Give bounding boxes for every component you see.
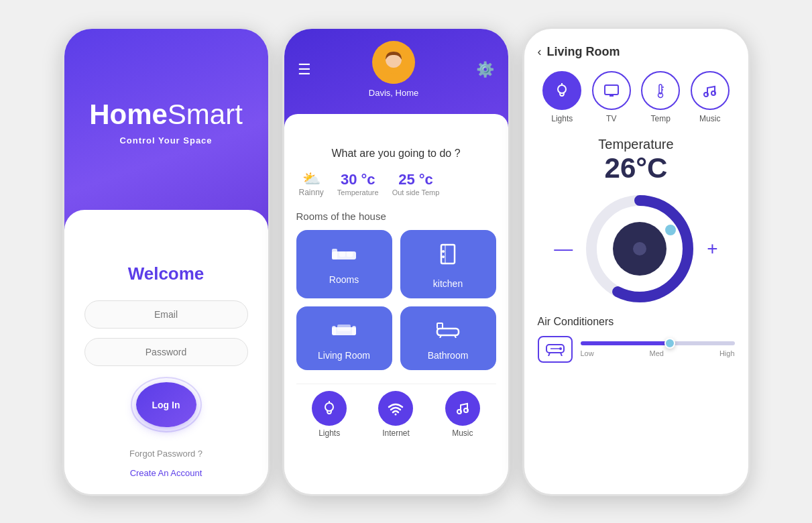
svg-point-36 — [665, 225, 676, 235]
room-label-kitchen: kitchen — [433, 278, 463, 289]
svg-rect-13 — [337, 325, 351, 331]
dashboard-body: What are you going to do ? ⛅ Rainny 30 °… — [284, 127, 508, 489]
page-title: Living Room — [547, 45, 620, 59]
ac-slider-track[interactable] — [581, 341, 735, 345]
user-name: Davis, Home — [369, 88, 418, 98]
temp-title: Temperature — [538, 137, 735, 152]
email-field[interactable] — [84, 300, 248, 329]
device-music-label: Music — [699, 114, 720, 123]
phone-living-room: ‹ Living Room Lights — [522, 27, 750, 496]
app-title-home: HomeSmart — [89, 101, 243, 129]
svg-point-20 — [395, 414, 397, 416]
temp-label: Temperature — [337, 188, 379, 196]
device-icons-row: Lights TV — [538, 71, 735, 123]
svg-point-18 — [325, 403, 333, 411]
login-button[interactable]: Log In — [136, 382, 196, 427]
lights-circle — [542, 71, 581, 110]
phone-login: HomeSmart Control Your Space Welcome Log… — [62, 27, 270, 496]
device-music[interactable]: Music — [691, 71, 730, 123]
svg-rect-11 — [332, 326, 336, 335]
room-icon-bed — [331, 242, 357, 268]
svg-rect-14 — [437, 329, 459, 335]
back-arrow-icon: ‹ — [538, 45, 542, 59]
phones-container: HomeSmart Control Your Space Welcome Log… — [49, 13, 764, 510]
svg-rect-25 — [605, 85, 618, 95]
device-tv[interactable]: TV — [592, 71, 631, 123]
room-card-living[interactable]: Living Room — [296, 306, 392, 370]
ac-slider-thumb[interactable] — [664, 338, 675, 349]
welcome-heading: Welcome — [128, 264, 205, 284]
dial-container: — + — [538, 195, 735, 302]
weather-label: Rainny — [299, 188, 324, 197]
svg-point-33 — [711, 91, 715, 95]
nav-music[interactable]: Music — [445, 391, 480, 438]
control-text: Control Your Space — [119, 135, 212, 146]
phone-dashboard: ☰ Davis, Home ⚙️ Wha — [282, 27, 510, 496]
temp-section: Temperature 26°C — [538, 137, 735, 184]
svg-point-41 — [559, 347, 562, 350]
ac-icon — [538, 336, 573, 363]
svg-point-21 — [457, 410, 461, 414]
room-label-rooms: Rooms — [329, 274, 359, 285]
bottom-nav: Lights Internet — [296, 384, 496, 445]
room-icon-bathroom — [434, 318, 461, 343]
internet-icon-circle — [378, 391, 413, 426]
nav-internet[interactable]: Internet — [378, 391, 413, 438]
music-circle — [691, 71, 730, 110]
music-icon-circle — [445, 391, 480, 426]
svg-rect-6 — [441, 245, 455, 264]
svg-point-8 — [442, 250, 445, 253]
login-header: HomeSmart Control Your Space — [64, 29, 268, 230]
ac-med-label: Med — [650, 349, 664, 357]
avatar-container: Davis, Home — [369, 41, 418, 98]
living-room-body: ‹ Living Room Lights — [524, 29, 748, 496]
svg-rect-5 — [347, 251, 353, 257]
nav-internet-label: Internet — [382, 428, 410, 438]
ac-row: Low Med High — [538, 336, 735, 363]
tv-circle — [592, 71, 631, 110]
weather-row: ⛅ Rainny 30 °c Temperature 25 °c Out sid… — [296, 170, 496, 197]
temp-display: 26°C — [538, 152, 735, 184]
ac-low-label: Low — [581, 349, 594, 357]
device-lights[interactable]: Lights — [542, 71, 581, 123]
menu-icon[interactable]: ☰ — [298, 61, 311, 78]
back-row[interactable]: ‹ Living Room — [538, 45, 735, 59]
ac-section: Air Conditioners — [538, 316, 735, 363]
nav-lights[interactable]: Lights — [312, 391, 347, 438]
nav-lights-label: Lights — [318, 428, 340, 438]
room-card-kitchen[interactable]: kitchen — [400, 230, 496, 298]
temp-value: 30 °c — [341, 171, 375, 188]
device-tv-label: TV — [606, 114, 616, 123]
lights-icon-circle — [312, 391, 347, 426]
room-card-bathroom[interactable]: Bathroom — [400, 306, 496, 370]
rooms-title: Rooms of the house — [296, 211, 496, 222]
svg-point-22 — [464, 408, 468, 412]
outside-temp-value: 25 °c — [398, 171, 433, 188]
temp-circle — [641, 71, 680, 110]
room-label-bathroom: Bathroom — [428, 350, 469, 361]
settings-icon[interactable]: ⚙️ — [476, 61, 494, 78]
svg-rect-12 — [352, 326, 356, 335]
svg-rect-3 — [332, 249, 337, 259]
create-account-link[interactable]: Create An Account — [130, 468, 202, 478]
device-temp[interactable]: Temp — [641, 71, 680, 123]
svg-point-9 — [442, 255, 445, 258]
rooms-grid: Rooms kitchen — [296, 230, 496, 370]
password-field[interactable] — [84, 338, 248, 366]
ac-high-label: High — [719, 349, 735, 357]
dial-minus-button[interactable]: — — [554, 238, 573, 259]
dial-center[interactable] — [613, 222, 666, 276]
nav-music-label: Music — [452, 428, 473, 438]
dial-plus-button[interactable]: + — [707, 238, 717, 259]
svg-point-32 — [704, 93, 708, 97]
header-row: ☰ Davis, Home ⚙️ — [298, 41, 495, 98]
ac-labels: Low Med High — [581, 349, 735, 357]
room-label-living: Living Room — [318, 350, 370, 361]
svg-rect-4 — [339, 251, 345, 257]
outdoor-temp: 25 °c Out side Temp — [392, 171, 440, 196]
dial-wrapper — [586, 195, 693, 302]
svg-point-23 — [558, 85, 566, 93]
login-form: Welcome Log In Forgot Password ? Create … — [64, 230, 268, 496]
room-card-rooms[interactable]: Rooms — [296, 230, 392, 298]
dial-inner-dot — [633, 242, 646, 255]
